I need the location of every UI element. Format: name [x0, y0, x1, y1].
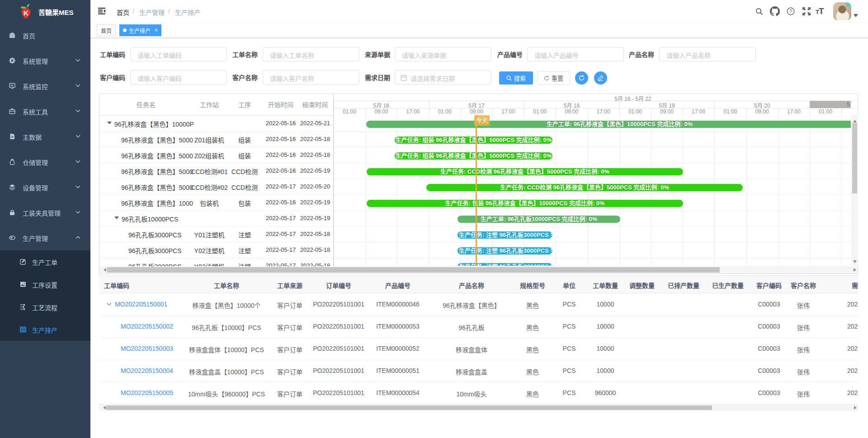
svg-text:K: K [24, 9, 28, 17]
svg-text:?: ? [789, 9, 792, 14]
